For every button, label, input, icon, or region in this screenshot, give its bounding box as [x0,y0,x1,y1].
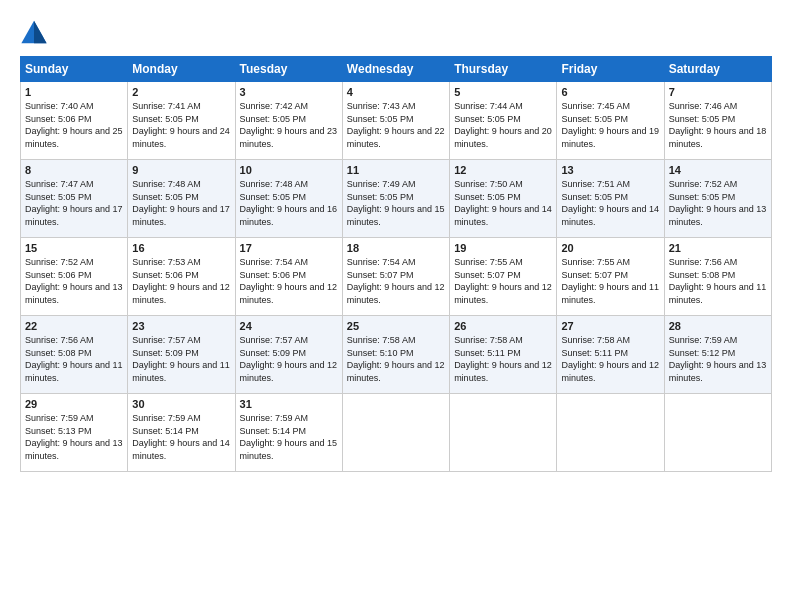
day-number: 25 [347,320,445,332]
day-info: Sunrise: 7:55 AM Sunset: 5:07 PM Dayligh… [454,256,552,306]
week-row-2: 8 Sunrise: 7:47 AM Sunset: 5:05 PM Dayli… [21,160,772,238]
day-info: Sunrise: 7:59 AM Sunset: 5:14 PM Dayligh… [132,412,230,462]
day-cell: 15 Sunrise: 7:52 AM Sunset: 5:06 PM Dayl… [21,238,128,316]
day-cell: 4 Sunrise: 7:43 AM Sunset: 5:05 PM Dayli… [342,82,449,160]
day-number: 29 [25,398,123,410]
week-row-1: 1 Sunrise: 7:40 AM Sunset: 5:06 PM Dayli… [21,82,772,160]
day-info: Sunrise: 7:49 AM Sunset: 5:05 PM Dayligh… [347,178,445,228]
header [20,18,772,46]
day-cell: 25 Sunrise: 7:58 AM Sunset: 5:10 PM Dayl… [342,316,449,394]
day-number: 23 [132,320,230,332]
day-info: Sunrise: 7:52 AM Sunset: 5:05 PM Dayligh… [669,178,767,228]
day-info: Sunrise: 7:42 AM Sunset: 5:05 PM Dayligh… [240,100,338,150]
day-cell: 20 Sunrise: 7:55 AM Sunset: 5:07 PM Dayl… [557,238,664,316]
day-number: 26 [454,320,552,332]
day-cell: 2 Sunrise: 7:41 AM Sunset: 5:05 PM Dayli… [128,82,235,160]
day-number: 17 [240,242,338,254]
day-number: 5 [454,86,552,98]
day-info: Sunrise: 7:51 AM Sunset: 5:05 PM Dayligh… [561,178,659,228]
day-number: 4 [347,86,445,98]
day-number: 24 [240,320,338,332]
day-info: Sunrise: 7:48 AM Sunset: 5:05 PM Dayligh… [240,178,338,228]
col-header-saturday: Saturday [664,57,771,82]
day-info: Sunrise: 7:58 AM Sunset: 5:10 PM Dayligh… [347,334,445,384]
logo-icon [20,18,48,46]
day-number: 12 [454,164,552,176]
week-row-3: 15 Sunrise: 7:52 AM Sunset: 5:06 PM Dayl… [21,238,772,316]
calendar-table: SundayMondayTuesdayWednesdayThursdayFrid… [20,56,772,472]
day-cell: 9 Sunrise: 7:48 AM Sunset: 5:05 PM Dayli… [128,160,235,238]
day-cell: 5 Sunrise: 7:44 AM Sunset: 5:05 PM Dayli… [450,82,557,160]
day-number: 30 [132,398,230,410]
day-info: Sunrise: 7:43 AM Sunset: 5:05 PM Dayligh… [347,100,445,150]
day-number: 10 [240,164,338,176]
day-number: 31 [240,398,338,410]
day-number: 15 [25,242,123,254]
week-row-5: 29 Sunrise: 7:59 AM Sunset: 5:13 PM Dayl… [21,394,772,472]
day-info: Sunrise: 7:54 AM Sunset: 5:06 PM Dayligh… [240,256,338,306]
day-cell: 21 Sunrise: 7:56 AM Sunset: 5:08 PM Dayl… [664,238,771,316]
day-cell [557,394,664,472]
day-cell: 11 Sunrise: 7:49 AM Sunset: 5:05 PM Dayl… [342,160,449,238]
day-cell: 12 Sunrise: 7:50 AM Sunset: 5:05 PM Dayl… [450,160,557,238]
day-cell: 28 Sunrise: 7:59 AM Sunset: 5:12 PM Dayl… [664,316,771,394]
day-cell: 10 Sunrise: 7:48 AM Sunset: 5:05 PM Dayl… [235,160,342,238]
day-info: Sunrise: 7:47 AM Sunset: 5:05 PM Dayligh… [25,178,123,228]
day-info: Sunrise: 7:54 AM Sunset: 5:07 PM Dayligh… [347,256,445,306]
day-info: Sunrise: 7:40 AM Sunset: 5:06 PM Dayligh… [25,100,123,150]
day-info: Sunrise: 7:55 AM Sunset: 5:07 PM Dayligh… [561,256,659,306]
day-info: Sunrise: 7:50 AM Sunset: 5:05 PM Dayligh… [454,178,552,228]
week-row-4: 22 Sunrise: 7:56 AM Sunset: 5:08 PM Dayl… [21,316,772,394]
day-cell: 3 Sunrise: 7:42 AM Sunset: 5:05 PM Dayli… [235,82,342,160]
day-cell [342,394,449,472]
day-info: Sunrise: 7:59 AM Sunset: 5:13 PM Dayligh… [25,412,123,462]
day-info: Sunrise: 7:45 AM Sunset: 5:05 PM Dayligh… [561,100,659,150]
day-info: Sunrise: 7:44 AM Sunset: 5:05 PM Dayligh… [454,100,552,150]
day-cell: 31 Sunrise: 7:59 AM Sunset: 5:14 PM Dayl… [235,394,342,472]
day-number: 13 [561,164,659,176]
day-number: 2 [132,86,230,98]
day-number: 6 [561,86,659,98]
day-cell: 7 Sunrise: 7:46 AM Sunset: 5:05 PM Dayli… [664,82,771,160]
day-cell: 22 Sunrise: 7:56 AM Sunset: 5:08 PM Dayl… [21,316,128,394]
day-info: Sunrise: 7:57 AM Sunset: 5:09 PM Dayligh… [240,334,338,384]
col-header-wednesday: Wednesday [342,57,449,82]
day-number: 18 [347,242,445,254]
col-header-tuesday: Tuesday [235,57,342,82]
day-info: Sunrise: 7:56 AM Sunset: 5:08 PM Dayligh… [25,334,123,384]
day-number: 1 [25,86,123,98]
day-info: Sunrise: 7:57 AM Sunset: 5:09 PM Dayligh… [132,334,230,384]
col-header-friday: Friday [557,57,664,82]
day-cell: 27 Sunrise: 7:58 AM Sunset: 5:11 PM Dayl… [557,316,664,394]
day-number: 21 [669,242,767,254]
day-cell: 18 Sunrise: 7:54 AM Sunset: 5:07 PM Dayl… [342,238,449,316]
day-cell: 8 Sunrise: 7:47 AM Sunset: 5:05 PM Dayli… [21,160,128,238]
day-cell: 29 Sunrise: 7:59 AM Sunset: 5:13 PM Dayl… [21,394,128,472]
day-cell: 24 Sunrise: 7:57 AM Sunset: 5:09 PM Dayl… [235,316,342,394]
day-number: 11 [347,164,445,176]
day-info: Sunrise: 7:58 AM Sunset: 5:11 PM Dayligh… [454,334,552,384]
day-cell: 23 Sunrise: 7:57 AM Sunset: 5:09 PM Dayl… [128,316,235,394]
day-number: 22 [25,320,123,332]
day-cell: 30 Sunrise: 7:59 AM Sunset: 5:14 PM Dayl… [128,394,235,472]
day-number: 27 [561,320,659,332]
day-number: 14 [669,164,767,176]
day-number: 20 [561,242,659,254]
svg-marker-1 [34,21,47,43]
day-info: Sunrise: 7:48 AM Sunset: 5:05 PM Dayligh… [132,178,230,228]
day-info: Sunrise: 7:59 AM Sunset: 5:14 PM Dayligh… [240,412,338,462]
day-cell: 19 Sunrise: 7:55 AM Sunset: 5:07 PM Dayl… [450,238,557,316]
day-number: 7 [669,86,767,98]
page: SundayMondayTuesdayWednesdayThursdayFrid… [0,0,792,482]
day-cell: 26 Sunrise: 7:58 AM Sunset: 5:11 PM Dayl… [450,316,557,394]
day-info: Sunrise: 7:41 AM Sunset: 5:05 PM Dayligh… [132,100,230,150]
day-info: Sunrise: 7:56 AM Sunset: 5:08 PM Dayligh… [669,256,767,306]
col-header-monday: Monday [128,57,235,82]
day-cell: 6 Sunrise: 7:45 AM Sunset: 5:05 PM Dayli… [557,82,664,160]
day-cell [664,394,771,472]
day-cell: 13 Sunrise: 7:51 AM Sunset: 5:05 PM Dayl… [557,160,664,238]
day-info: Sunrise: 7:58 AM Sunset: 5:11 PM Dayligh… [561,334,659,384]
day-info: Sunrise: 7:53 AM Sunset: 5:06 PM Dayligh… [132,256,230,306]
day-info: Sunrise: 7:46 AM Sunset: 5:05 PM Dayligh… [669,100,767,150]
day-cell: 16 Sunrise: 7:53 AM Sunset: 5:06 PM Dayl… [128,238,235,316]
